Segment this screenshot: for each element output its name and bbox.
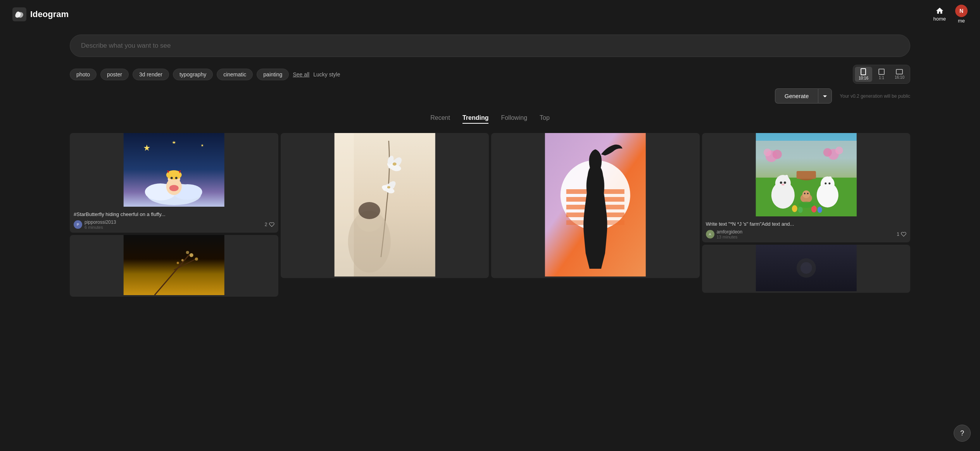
svg-point-80 bbox=[798, 207, 802, 213]
svg-point-34 bbox=[392, 162, 396, 166]
search-input[interactable] bbox=[70, 35, 910, 57]
logo[interactable]: Ideogram bbox=[12, 7, 69, 21]
tag-3d-render[interactable]: 3d render bbox=[133, 69, 169, 80]
tabs-row: Recent Trending Following Top bbox=[0, 104, 980, 127]
gallery-card-5[interactable] bbox=[70, 235, 278, 297]
card-1-avatar: P bbox=[74, 220, 82, 229]
svg-point-82 bbox=[817, 207, 822, 213]
gallery-card-6[interactable] bbox=[702, 245, 911, 293]
tag-poster[interactable]: poster bbox=[100, 69, 129, 80]
public-note: Your v0.2 generation will be public bbox=[837, 93, 910, 99]
card-4-user: A amforgideon 13 minutes bbox=[706, 229, 743, 239]
card-1-title: #StarButterfly hiding cheerful on a fluf… bbox=[74, 211, 274, 217]
card-1-image bbox=[70, 133, 278, 207]
card-4-username: amforgideon bbox=[717, 229, 743, 235]
gallery-col-1: #StarButterfly hiding cheerful on a fluf… bbox=[70, 133, 278, 297]
gallery-col-4: Write text "*N *J 's" farm"Add text and.… bbox=[702, 133, 911, 297]
gallery-card-4[interactable]: Write text "*N *J 's" farm"Add text and.… bbox=[702, 133, 911, 242]
svg-point-77 bbox=[804, 193, 805, 194]
card-1-username: pipporossi2013 bbox=[85, 219, 116, 225]
card-3-image bbox=[491, 133, 700, 276]
chevron-down-icon bbox=[822, 93, 828, 99]
card-4-info: Write text "*N *J 's" farm"Add text and.… bbox=[702, 218, 911, 242]
header-nav: home N me bbox=[933, 5, 968, 24]
home-label: home bbox=[933, 16, 946, 22]
svg-rect-3 bbox=[896, 69, 902, 74]
card-2-image bbox=[281, 133, 489, 276]
search-area bbox=[0, 28, 980, 60]
card-4-likes: 1 bbox=[897, 232, 906, 237]
svg-rect-19 bbox=[124, 235, 224, 295]
svg-point-25 bbox=[177, 262, 179, 264]
card-1-info: #StarButterfly hiding cheerful on a fluf… bbox=[70, 208, 278, 233]
card-4-time: 13 minutes bbox=[717, 235, 743, 239]
tab-trending[interactable]: Trending bbox=[462, 114, 489, 124]
svg-point-74 bbox=[828, 183, 830, 185]
svg-point-23 bbox=[195, 257, 198, 261]
tag-cinematic[interactable]: cinematic bbox=[217, 69, 253, 80]
aspect-controls: 10:16 1:1 16:10 bbox=[853, 65, 910, 84]
svg-point-24 bbox=[186, 251, 189, 254]
gallery-col-3 bbox=[491, 133, 700, 297]
tag-photo[interactable]: photo bbox=[70, 69, 97, 80]
svg-rect-2 bbox=[879, 69, 884, 74]
see-all-link[interactable]: See all bbox=[293, 71, 309, 78]
svg-point-42 bbox=[358, 202, 380, 219]
card-1-likes: 2 bbox=[265, 222, 274, 227]
svg-point-67 bbox=[783, 181, 786, 184]
help-button[interactable]: ? bbox=[954, 425, 971, 442]
aspect-16-10[interactable]: 16:10 bbox=[891, 67, 908, 81]
card-4-meta: A amforgideon 13 minutes 1 bbox=[706, 229, 907, 239]
aspect-1-1-icon bbox=[878, 69, 885, 75]
tag-typography[interactable]: typography bbox=[173, 69, 213, 80]
aspect-10-16-label: 10:16 bbox=[859, 76, 868, 80]
svg-point-55 bbox=[763, 149, 771, 156]
heart-icon[interactable] bbox=[269, 222, 274, 227]
generate-row: Generate Your v0.2 generation will be pu… bbox=[0, 84, 980, 104]
svg-point-86 bbox=[800, 262, 812, 274]
svg-point-76 bbox=[802, 190, 810, 198]
svg-point-39 bbox=[387, 186, 390, 188]
gallery-card-2[interactable] bbox=[281, 133, 489, 278]
lucky-style-link[interactable]: Lucky style bbox=[313, 71, 340, 78]
svg-point-26 bbox=[181, 259, 184, 261]
svg-point-14 bbox=[171, 177, 173, 179]
aspect-16-10-label: 16:10 bbox=[895, 75, 904, 79]
aspect-16-10-icon bbox=[896, 69, 903, 74]
card-4-image bbox=[702, 133, 911, 216]
aspect-10-16[interactable]: 10:16 bbox=[855, 67, 872, 82]
avatar: N bbox=[955, 5, 968, 17]
svg-point-58 bbox=[835, 147, 843, 154]
svg-rect-61 bbox=[796, 171, 816, 179]
svg-rect-1 bbox=[861, 69, 866, 75]
home-nav[interactable]: home bbox=[933, 7, 946, 22]
card-1-like-count: 2 bbox=[265, 222, 267, 227]
card-5-image bbox=[70, 235, 278, 295]
svg-point-73 bbox=[825, 183, 826, 185]
gallery-card-3[interactable] bbox=[491, 133, 700, 278]
generate-button[interactable]: Generate bbox=[775, 88, 818, 104]
tags-list: photo poster 3d render typography cinema… bbox=[70, 69, 340, 80]
svg-point-15 bbox=[175, 177, 178, 179]
svg-point-18 bbox=[169, 185, 179, 191]
heart-icon-4[interactable] bbox=[901, 232, 906, 237]
tab-top[interactable]: Top bbox=[540, 114, 550, 124]
gallery-card-1[interactable]: #StarButterfly hiding cheerful on a fluf… bbox=[70, 133, 278, 233]
generate-dropdown-button[interactable] bbox=[818, 88, 832, 104]
card-4-title: Write text "*N *J 's" farm"Add text and.… bbox=[706, 221, 907, 227]
card-1-meta: P pipporossi2013 6 minutes 2 bbox=[74, 219, 274, 230]
svg-point-83 bbox=[798, 202, 814, 208]
aspect-10-16-icon bbox=[861, 68, 866, 75]
me-nav[interactable]: N me bbox=[955, 5, 968, 24]
tags-row: photo poster 3d render typography cinema… bbox=[0, 60, 980, 84]
tag-painting[interactable]: painting bbox=[257, 69, 289, 80]
aspect-1-1[interactable]: 1:1 bbox=[874, 67, 889, 81]
home-icon bbox=[935, 7, 944, 15]
logo-icon bbox=[12, 7, 26, 21]
card-1-time: 6 minutes bbox=[85, 225, 116, 230]
card-4-avatar: A bbox=[706, 230, 714, 238]
svg-point-56 bbox=[772, 150, 782, 159]
tab-following[interactable]: Following bbox=[501, 114, 527, 124]
tab-recent[interactable]: Recent bbox=[430, 114, 450, 124]
svg-point-59 bbox=[823, 148, 832, 157]
